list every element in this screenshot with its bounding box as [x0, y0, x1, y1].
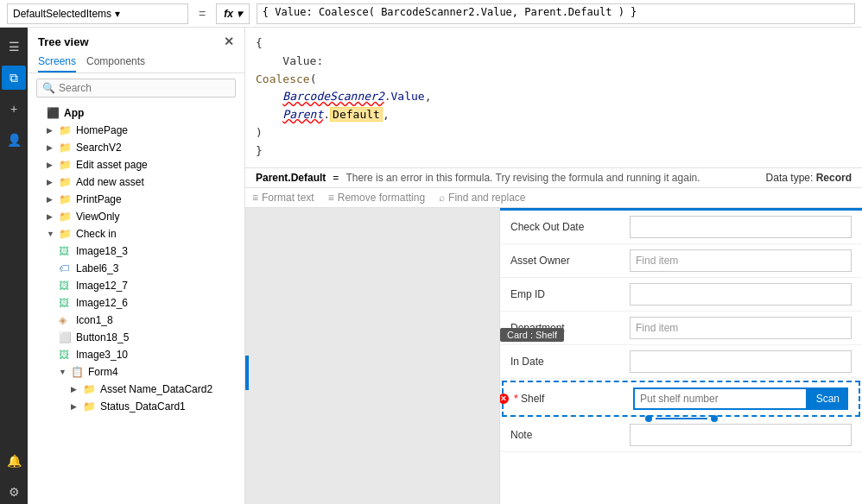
canvas-area: Check Out Date Asset Owner Emp ID Depart… — [245, 208, 862, 504]
tree-item-searchv2[interactable]: ▶ 📁 SearchV2 — [28, 139, 244, 156]
tree-item-icon1-8[interactable]: ◈ Icon1_8 — [28, 312, 244, 329]
format-text-icon: ≡ — [252, 192, 258, 204]
tree-item-label: PrintPage — [76, 193, 122, 205]
equals-icon: = — [195, 7, 209, 21]
name-dropdown[interactable]: DefaultSelectedItems ▾ — [7, 3, 188, 24]
bell-icon[interactable]: 🔔 — [2, 449, 26, 473]
chevron-down-icon: ▾ — [237, 8, 242, 20]
tree-item-image12-7[interactable]: 🖼 Image12_7 — [28, 277, 244, 294]
formula-bar[interactable]: { Value: Coalesce( BarcodeScanner2.Value… — [257, 3, 855, 24]
form-panel: Check Out Date Asset Owner Emp ID Depart… — [499, 208, 862, 504]
note-input[interactable] — [630, 424, 852, 446]
content-area: { Value: Coalesce( BarcodeScanner2.Value… — [245, 28, 862, 504]
tree-item-label: Icon1_8 — [76, 314, 113, 326]
folder-icon: 📁 — [59, 142, 73, 154]
selected-indicator — [245, 356, 249, 390]
form-icon: 📋 — [71, 366, 85, 378]
tree-title: Tree view — [38, 35, 89, 48]
form-row-note: Note — [500, 419, 862, 452]
person-icon[interactable]: 👤 — [2, 128, 26, 152]
form-row-checkout-date: Check Out Date — [500, 211, 862, 244]
main-layout: ☰ ⧉ + 👤 🔔 ⚙ Tree view ✕ Screens Componen… — [0, 28, 862, 504]
tree-item-label: Label6_3 — [76, 262, 118, 274]
close-icon[interactable]: ✕ — [224, 35, 234, 48]
shelf-input[interactable] — [633, 387, 808, 410]
tree-item-status-datacard1[interactable]: ▶ 📁 Status_DataCard1 — [28, 398, 244, 415]
tree-item-image12-6[interactable]: 🖼 Image12_6 — [28, 294, 244, 312]
search-icon: 🔍 — [42, 82, 55, 94]
form-label-checkout-date: Check Out Date — [510, 221, 623, 233]
tree-search-container[interactable]: 🔍 — [36, 79, 236, 98]
tree-item-button18-5[interactable]: ⬜ Button18_5 — [28, 329, 244, 346]
form-row-department: Department — [500, 312, 862, 345]
folder-icon: 📁 — [59, 211, 73, 223]
app-icon: ⬛ — [47, 107, 60, 119]
fx-button[interactable]: fx ▾ — [216, 3, 250, 24]
search-input[interactable] — [59, 82, 230, 94]
tab-screens[interactable]: Screens — [38, 52, 76, 72]
tree-item-label: Image12_6 — [76, 297, 128, 309]
hamburger-icon[interactable]: ☰ — [2, 35, 26, 59]
chevron-icon: ▼ — [47, 230, 55, 238]
plus-icon[interactable]: + — [2, 97, 26, 121]
icon-sidebar: ☰ ⧉ + 👤 🔔 ⚙ — [0, 28, 28, 504]
emp-id-input[interactable] — [630, 283, 852, 306]
tool-icon[interactable]: ⚙ — [2, 480, 26, 504]
tree-item-addnewasset[interactable]: ▶ 📁 Add new asset — [28, 173, 244, 191]
tree-item-image18-3[interactable]: 🖼 Image18_3 — [28, 243, 244, 260]
department-input[interactable] — [630, 317, 852, 339]
tree-item-label6-3[interactable]: 🏷 Label6_3 — [28, 260, 244, 277]
tree-item-label: Button18_5 — [76, 331, 129, 343]
chevron-icon: ▶ — [47, 161, 55, 169]
tree-item-label: SearchV2 — [76, 142, 122, 154]
chevron-icon: ▶ — [47, 126, 55, 135]
form-label-note: Note — [510, 429, 623, 441]
folder-icon: 📁 — [83, 383, 97, 395]
label-icon: 🏷 — [59, 262, 73, 274]
button-icon: ⬜ — [59, 331, 73, 343]
code-line-2: Value: — [256, 53, 852, 71]
shelf-slider — [645, 415, 718, 422]
code-line-6: ) — [256, 124, 852, 142]
tree-tabs: Screens Components — [28, 52, 244, 73]
format-text-button[interactable]: ≡ Format text — [252, 192, 314, 204]
canvas-left — [245, 208, 499, 504]
form-label-in-date: In Date — [510, 356, 623, 368]
slider-dot-right — [711, 415, 718, 422]
folder-icon: 📁 — [59, 124, 73, 136]
checkout-date-input[interactable] — [630, 216, 852, 238]
code-line-4: BarcodeScanner2.Value, — [256, 88, 852, 106]
form-label-asset-owner: Asset Owner — [510, 255, 623, 267]
tree-item-label: Asset Name_DataCard2 — [100, 383, 212, 395]
in-date-input[interactable] — [630, 350, 852, 373]
image-icon: 🖼 — [59, 245, 73, 257]
tree-item-form4[interactable]: ▼ 📋 Form4 — [28, 363, 244, 381]
tree-item-image3-10[interactable]: 🖼 Image3_10 — [28, 346, 244, 363]
chevron-icon: ▼ — [59, 368, 67, 376]
tree-item-homepage[interactable]: ▶ 📁 HomePage — [28, 122, 244, 139]
tree-item-checkin[interactable]: ▼ 📁 Check in — [28, 225, 244, 243]
slider-line — [656, 418, 707, 419]
tree-panel: Tree view ✕ Screens Components 🔍 ⬛ App ▶… — [28, 28, 245, 504]
code-editor[interactable]: { Value: Coalesce( BarcodeScanner2.Value… — [245, 28, 862, 168]
tree-item-label: Edit asset page — [76, 159, 148, 171]
tree-item-app[interactable]: ⬛ App — [28, 104, 244, 122]
remove-formatting-button[interactable]: ≡ Remove formatting — [328, 192, 425, 204]
remove-format-icon: ≡ — [328, 192, 334, 204]
tree-item-viewonly[interactable]: ▶ 📁 ViewOnly — [28, 208, 244, 225]
image-icon: 🖼 — [59, 280, 73, 292]
tree-item-editasset[interactable]: ▶ 📁 Edit asset page — [28, 156, 244, 173]
tab-components[interactable]: Components — [86, 52, 145, 72]
code-line-7: } — [256, 142, 852, 161]
tree-items: ⬛ App ▶ 📁 HomePage ▶ 📁 SearchV2 ▶ 📁 Edit… — [28, 104, 244, 504]
tree-item-asset-name-datacard2[interactable]: ▶ 📁 Asset Name_DataCard2 — [28, 381, 244, 398]
tree-header: Tree view ✕ — [28, 28, 244, 52]
asset-owner-input[interactable] — [630, 249, 852, 272]
tree-item-printpage[interactable]: ▶ 📁 PrintPage — [28, 191, 244, 208]
find-replace-button[interactable]: ⌕ Find and replace — [439, 192, 525, 204]
scan-button[interactable]: Scan — [808, 387, 848, 410]
chevron-icon: ▶ — [71, 402, 79, 411]
layers-icon[interactable]: ⧉ — [2, 66, 26, 90]
chevron-icon: ▶ — [47, 178, 55, 186]
folder-icon: 📁 — [59, 193, 73, 205]
